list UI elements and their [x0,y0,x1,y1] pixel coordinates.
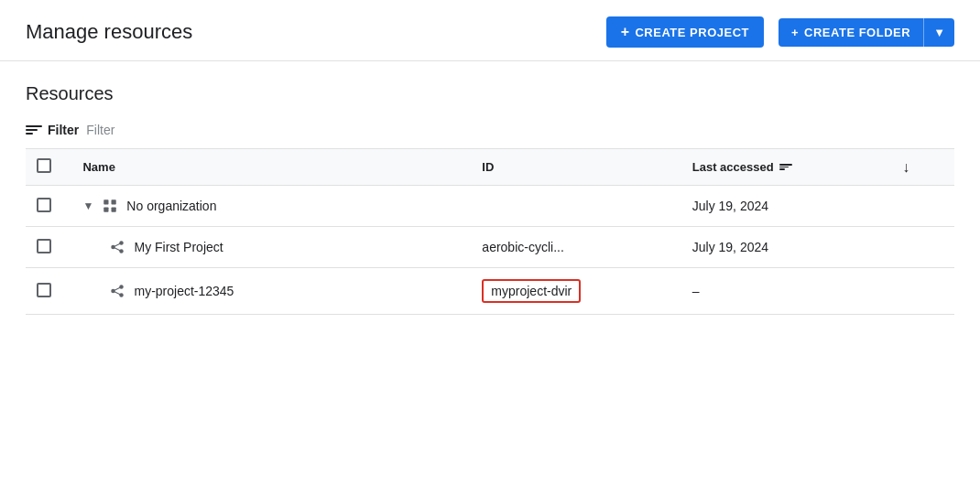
expand-arrow-icon[interactable]: ▼ [82,199,93,212]
svg-line-8 [114,247,122,252]
row-id: aerobic-cycli... [482,240,563,254]
organization-icon [101,197,119,215]
filter-line-1 [26,125,42,127]
project-name-group: My First Project [82,238,460,256]
table-row: My First Project aerobic-cycli... July 1… [26,227,954,268]
id-column-label: ID [482,160,494,174]
main-content: Resources Filter Filter Name ID [0,61,980,315]
row-checkbox[interactable] [37,283,51,297]
svg-line-12 [114,287,122,292]
row-name: my-project-12345 [134,284,234,298]
row-checkbox-cell [26,268,71,315]
row-checkbox[interactable] [37,198,51,212]
svg-rect-3 [112,208,116,212]
row-extra [891,268,954,315]
dropdown-arrow-icon: ▼ [933,26,945,39]
filter-line-3 [26,133,33,135]
create-folder-group: + CREATE FOLDER ▼ [779,18,954,47]
row-checkbox-cell [26,186,71,227]
create-project-label: CREATE PROJECT [635,26,749,39]
table-row: ▼ No organization [26,186,954,227]
create-project-button[interactable]: + CREATE PROJECT [606,16,764,48]
resources-table: Name ID Last accessed [26,149,954,315]
row-checkbox-cell [26,227,71,268]
svg-rect-1 [112,199,116,204]
sort-line-1 [779,164,792,166]
filter-button[interactable]: Filter [26,123,79,137]
sort-icon [779,164,792,170]
page-header: Manage resources + CREATE PROJECT + CREA… [0,0,980,61]
project-name-group: my-project-12345 [82,282,460,300]
row-extra [891,186,954,227]
create-folder-button[interactable]: + CREATE FOLDER [779,18,924,47]
section-title: Resources [26,83,954,104]
filter-placeholder[interactable]: Filter [86,123,114,137]
row-extra [891,227,954,268]
row-last-accessed: July 19, 2024 [681,186,891,227]
org-name-group: ▼ No organization [82,197,460,215]
name-column-label: Name [82,160,114,174]
row-id-cell [471,186,681,227]
table-header-row: Name ID Last accessed [26,149,954,186]
highlighted-id: myproject-dvir [482,279,581,303]
svg-rect-0 [104,199,109,204]
folder-plus-icon: + [791,26,799,39]
row-checkbox[interactable] [37,239,51,253]
filter-row: Filter Filter [26,123,954,149]
header-id: ID [471,149,681,186]
sort-line-3 [779,168,785,170]
select-all-checkbox[interactable] [37,158,51,173]
row-name-cell: my-project-12345 [71,268,471,315]
svg-line-7 [114,243,122,248]
sort-line-2 [779,167,789,168]
last-accessed-label: Last accessed [692,160,774,174]
table-row: my-project-12345 myproject-dvir – [26,268,954,315]
row-id-cell: aerobic-cycli... [471,227,681,268]
row-name-cell: My First Project [71,227,471,268]
project-icon [108,238,126,256]
row-last-accessed: July 19, 2024 [681,227,891,268]
row-last-accessed: – [681,268,891,315]
row-name: My First Project [134,240,223,254]
plus-icon: + [621,24,630,40]
project-icon [108,282,126,300]
row-name-cell: ▼ No organization [71,186,471,227]
header-name: Name [71,149,471,186]
dash-value: – [692,284,700,298]
page-title: Manage resources [26,20,606,44]
filter-line-2 [26,129,38,131]
header-actions: + CREATE PROJECT + CREATE FOLDER ▼ [606,16,954,48]
filter-icon [26,125,42,135]
header-sort-arrow: ↓ [891,149,954,186]
last-accessed-sort-header: Last accessed [692,160,880,174]
filter-label-bold: Filter [48,123,79,137]
create-folder-dropdown-button[interactable]: ▼ [924,18,954,47]
header-last-accessed: Last accessed [681,149,891,186]
svg-rect-2 [104,208,109,212]
svg-line-13 [114,291,122,296]
row-id-highlighted-cell: myproject-dvir [471,268,681,315]
sort-down-arrow-icon[interactable]: ↓ [902,159,909,175]
row-name: No organization [126,199,216,213]
create-folder-label: CREATE FOLDER [804,26,910,39]
header-checkbox-cell [26,149,71,186]
